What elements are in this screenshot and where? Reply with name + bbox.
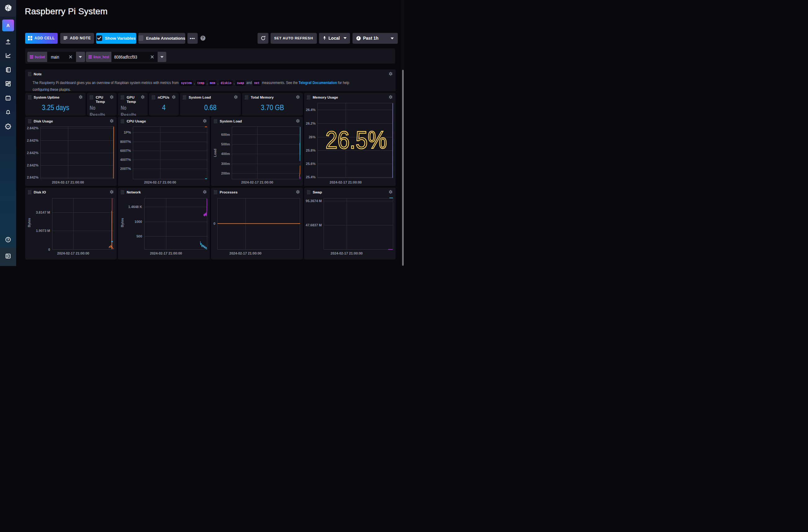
svg-text:?: ? bbox=[7, 238, 9, 241]
